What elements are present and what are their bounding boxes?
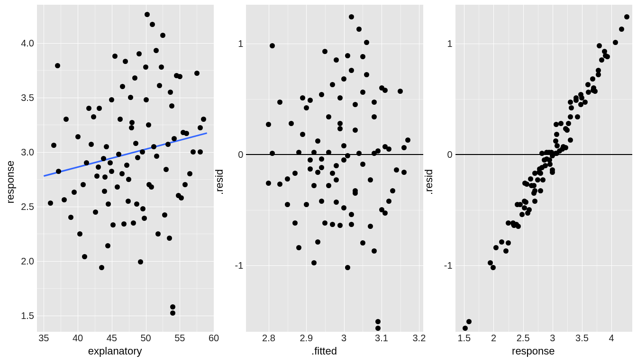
data-point [527, 207, 532, 212]
data-point [605, 54, 610, 59]
data-point [138, 259, 143, 264]
data-point [345, 153, 350, 158]
data-point [330, 171, 335, 176]
data-point [194, 71, 200, 76]
data-point [322, 49, 328, 54]
data-point [382, 88, 388, 93]
data-point [140, 149, 145, 155]
data-point [375, 326, 381, 331]
data-point [155, 231, 161, 237]
x-axis-title: response [435, 345, 632, 359]
data-point [619, 27, 624, 32]
data-point [270, 43, 275, 48]
data-point [503, 248, 509, 254]
data-point [315, 239, 320, 245]
data-point [184, 131, 189, 136]
data-point [356, 151, 362, 156]
data-point [386, 199, 391, 204]
data-point [597, 43, 602, 48]
data-point [493, 245, 499, 250]
data-point [349, 68, 354, 73]
data-point [596, 72, 601, 77]
data-point [55, 63, 60, 68]
data-point [77, 231, 82, 237]
data-point [532, 188, 537, 193]
data-point [270, 151, 275, 156]
data-point [353, 102, 358, 107]
data-point [528, 176, 533, 182]
data-point [573, 95, 579, 100]
data-point [353, 191, 358, 196]
data-point [394, 167, 399, 173]
data-point [296, 245, 301, 250]
panel-1: response 1.52.02.53.03.54.0 354045505560… [5, 5, 214, 359]
data-point [341, 143, 346, 148]
data-point [151, 144, 156, 149]
data-point [292, 220, 298, 226]
plot-area-1 [37, 5, 214, 332]
data-point [563, 145, 568, 150]
data-point [547, 162, 553, 167]
data-point [136, 51, 142, 56]
data-point [118, 117, 123, 122]
data-point [554, 132, 559, 137]
data-point [266, 122, 271, 127]
data-point [304, 202, 309, 207]
data-point [375, 319, 381, 324]
data-point [131, 220, 136, 226]
data-point [149, 184, 154, 190]
data-point [315, 138, 320, 144]
y-axis-ticks: -101 [225, 5, 246, 332]
data-point [555, 143, 560, 148]
data-point [382, 210, 388, 216]
data-point [277, 182, 282, 187]
data-point [308, 157, 313, 163]
data-point [170, 304, 175, 309]
data-point [341, 76, 346, 82]
data-point [311, 183, 317, 188]
data-point [466, 319, 472, 324]
data-point [81, 182, 86, 187]
data-point [179, 195, 184, 200]
data-point [164, 167, 169, 172]
data-point [585, 82, 591, 87]
data-point [167, 236, 172, 241]
data-point [115, 184, 120, 190]
data-point [375, 148, 381, 154]
data-point [124, 163, 129, 168]
x-axis-title: explanatory [16, 345, 214, 359]
data-point [538, 188, 543, 193]
data-point [300, 132, 305, 137]
data-point [550, 170, 555, 175]
data-point [277, 100, 282, 105]
data-point [300, 95, 305, 100]
y-axis-title: .resid [214, 5, 225, 359]
data-point [334, 163, 339, 168]
data-point [463, 326, 468, 331]
data-point [566, 121, 571, 126]
y-axis-ticks: 1.52.02.53.03.54.0 [16, 5, 37, 332]
plot-area-3 [455, 5, 632, 332]
data-point [82, 254, 87, 259]
data-point [292, 171, 298, 176]
data-point [296, 150, 301, 155]
data-point [334, 57, 339, 63]
x-axis-ticks: 354045505560 [37, 332, 214, 345]
data-point [372, 100, 377, 105]
data-point [540, 177, 546, 182]
data-point [368, 224, 373, 229]
y-axis-title: response [5, 5, 16, 359]
data-point [289, 121, 294, 126]
data-point [360, 240, 365, 246]
data-point [146, 122, 151, 127]
data-point [104, 144, 109, 149]
data-point [102, 189, 107, 194]
data-point [140, 206, 146, 211]
data-point [613, 40, 618, 45]
data-point [322, 220, 328, 226]
data-point [105, 243, 110, 248]
data-point [94, 173, 100, 179]
data-point [326, 183, 331, 188]
data-point [499, 239, 504, 245]
data-point [169, 103, 174, 109]
